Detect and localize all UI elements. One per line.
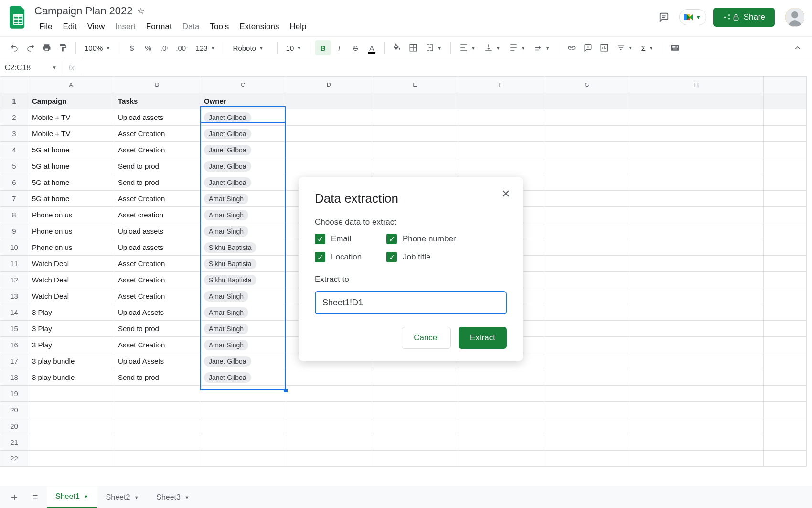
cell[interactable]: [286, 126, 372, 142]
cell[interactable]: [200, 402, 286, 418]
cell[interactable]: Amar Singh: [200, 207, 286, 223]
text-rotation-dropdown[interactable]: ▼: [530, 40, 554, 55]
cell[interactable]: Janet Gilboa: [200, 142, 286, 158]
cell[interactable]: Amar Singh: [200, 321, 286, 337]
cell[interactable]: Asset Creation: [114, 142, 200, 158]
cell[interactable]: [286, 369, 372, 386]
cell[interactable]: [372, 434, 458, 451]
redo-icon[interactable]: [23, 40, 38, 55]
cell[interactable]: [372, 418, 458, 434]
borders-icon[interactable]: [406, 40, 421, 55]
owner-chip[interactable]: Sikhu Baptista: [204, 275, 256, 285]
row-header-2[interactable]: 2: [0, 109, 28, 126]
sheet-tab-sheet2[interactable]: Sheet2 ▼: [97, 487, 148, 508]
cell[interactable]: [630, 109, 764, 126]
cell[interactable]: 3 Play: [28, 304, 114, 321]
cell[interactable]: [114, 434, 200, 451]
cell[interactable]: [764, 207, 807, 223]
share-button[interactable]: Share: [713, 8, 775, 27]
cell[interactable]: Asset Creation: [114, 256, 200, 272]
cell[interactable]: [544, 256, 630, 272]
cell[interactable]: 5G at home: [28, 191, 114, 207]
cell[interactable]: Janet Gilboa: [200, 369, 286, 386]
name-box[interactable]: C2:C18▼: [0, 59, 62, 76]
cell[interactable]: [372, 158, 458, 174]
cell[interactable]: [544, 207, 630, 223]
user-avatar[interactable]: [785, 8, 804, 27]
cell[interactable]: [630, 191, 764, 207]
sheets-logo[interactable]: [8, 4, 29, 31]
row-header-14[interactable]: 14: [0, 304, 28, 321]
cell[interactable]: Asset Creation: [114, 272, 200, 288]
cell[interactable]: Watch Deal: [28, 256, 114, 272]
cell[interactable]: [286, 109, 372, 126]
owner-chip[interactable]: Janet Gilboa: [204, 177, 251, 188]
cell[interactable]: [544, 223, 630, 239]
cell[interactable]: [544, 126, 630, 142]
cell[interactable]: Send to prod: [114, 174, 200, 191]
cell[interactable]: Upload Assets: [114, 304, 200, 321]
cell[interactable]: [630, 207, 764, 223]
cell[interactable]: [764, 321, 807, 337]
col-header-E[interactable]: E: [372, 77, 458, 93]
cell[interactable]: [630, 402, 764, 418]
cell[interactable]: [764, 337, 807, 353]
cell[interactable]: 3 play bundle: [28, 369, 114, 386]
row-header-9[interactable]: 9: [0, 223, 28, 239]
cell[interactable]: [286, 142, 372, 158]
col-header-blank[interactable]: [764, 77, 807, 93]
cell[interactable]: Amar Singh: [200, 337, 286, 353]
cell[interactable]: [630, 239, 764, 256]
col-header-B[interactable]: B: [114, 77, 200, 93]
cell[interactable]: [764, 353, 807, 369]
cell[interactable]: Send to prod: [114, 369, 200, 386]
star-icon[interactable]: ☆: [137, 6, 145, 16]
formula-bar[interactable]: [81, 59, 812, 76]
cell[interactable]: [544, 272, 630, 288]
cell[interactable]: Asset Creation: [114, 337, 200, 353]
cell[interactable]: Amar Singh: [200, 191, 286, 207]
cell[interactable]: [458, 158, 544, 174]
cell[interactable]: Mobile + TV: [28, 109, 114, 126]
checkbox-email[interactable]: ✓Email: [315, 234, 382, 244]
decrease-decimal-icon[interactable]: .0↓: [157, 40, 172, 55]
cell[interactable]: Tasks: [114, 93, 200, 109]
cell[interactable]: [764, 418, 807, 434]
cell[interactable]: [544, 353, 630, 369]
cell[interactable]: [630, 304, 764, 321]
cell[interactable]: Phone on us: [28, 223, 114, 239]
cell[interactable]: [544, 418, 630, 434]
functions-dropdown[interactable]: Σ▼: [638, 40, 657, 55]
owner-chip[interactable]: Amar Singh: [204, 194, 248, 204]
cell[interactable]: Janet Gilboa: [200, 126, 286, 142]
cell[interactable]: [630, 174, 764, 191]
cell[interactable]: [372, 142, 458, 158]
cell[interactable]: [630, 353, 764, 369]
cell[interactable]: [544, 109, 630, 126]
cell[interactable]: [372, 402, 458, 418]
font-dropdown[interactable]: Roboto▼: [229, 40, 272, 55]
strikethrough-icon[interactable]: S: [348, 40, 363, 55]
cell[interactable]: [28, 386, 114, 402]
row-header-4[interactable]: 4: [0, 142, 28, 158]
cell[interactable]: Upload assets: [114, 239, 200, 256]
cell[interactable]: Janet Gilboa: [200, 158, 286, 174]
cell[interactable]: [630, 386, 764, 402]
cell[interactable]: [764, 223, 807, 239]
close-icon[interactable]: ✕: [499, 187, 513, 201]
owner-chip[interactable]: Amar Singh: [204, 307, 248, 318]
cell[interactable]: Sikhu Baptista: [200, 239, 286, 256]
cell[interactable]: [764, 174, 807, 191]
cell[interactable]: [544, 142, 630, 158]
cell[interactable]: Watch Deal: [28, 288, 114, 304]
cell[interactable]: Amar Singh: [200, 288, 286, 304]
cell[interactable]: [764, 109, 807, 126]
row-header-18[interactable]: 18: [0, 369, 28, 386]
cell[interactable]: [764, 126, 807, 142]
col-header-F[interactable]: F: [458, 77, 544, 93]
cell[interactable]: [28, 434, 114, 451]
extract-button[interactable]: Extract: [459, 327, 507, 349]
cell[interactable]: [630, 272, 764, 288]
all-sheets-icon[interactable]: ☰: [26, 488, 45, 507]
row-header-1[interactable]: 1: [0, 93, 28, 109]
